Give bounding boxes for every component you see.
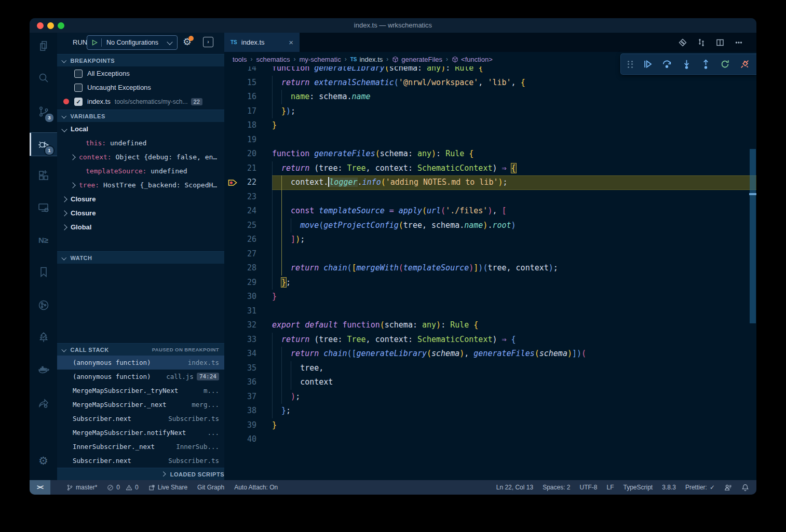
gutter-line-number-37[interactable]: 37 [224, 390, 256, 404]
continue-button[interactable] [643, 59, 653, 69]
call-stack-frame[interactable]: (anonymous function)index.ts [57, 356, 224, 370]
variables-section-header[interactable]: VARIABLES [57, 110, 224, 122]
close-tab-icon[interactable]: × [289, 38, 293, 47]
variable-context[interactable]: context: Object {debug: false, en… [57, 150, 224, 164]
gutter-line-number-18[interactable]: 18 [224, 118, 256, 133]
sidebar-item-source-control[interactable]: 3 [30, 100, 57, 123]
variable-templateSource[interactable]: templateSource: undefined [57, 164, 224, 178]
breadcrumb-item-1[interactable]: tools [233, 56, 247, 63]
git-graph-status[interactable]: Git Graph [197, 484, 224, 491]
breadcrumb-item-3[interactable]: my-schematic [300, 56, 341, 63]
prettier-status[interactable]: Prettier: ✓ [685, 484, 715, 491]
gutter-line-number-32[interactable]: 32 [224, 318, 256, 333]
loaded-scripts-section-header[interactable]: LOADED SCRIPTS [57, 468, 224, 480]
breakpoint-item[interactable]: Uncaught Exceptions [57, 80, 224, 94]
call-stack-frame[interactable]: Subscriber.nextSubscriber.ts [57, 412, 224, 426]
variable-this[interactable]: this: undefined [57, 136, 224, 150]
breakpoints-section-header[interactable]: BREAKPOINTS [57, 54, 224, 66]
disconnect-button[interactable] [740, 59, 750, 69]
problems-status[interactable]: 0 0 [107, 484, 138, 491]
variable-scope-global[interactable]: Global [57, 220, 224, 234]
gutter-line-number-26[interactable]: 26 [224, 233, 256, 247]
gutter-line-number-20[interactable]: 20 [224, 147, 256, 161]
bell-icon[interactable] [741, 484, 749, 492]
breakpoint-checkbox[interactable]: ✓ [74, 98, 83, 106]
sidebar-item-git-graph[interactable] [30, 294, 57, 317]
sidebar-item-remote-explorer[interactable] [30, 196, 57, 219]
sidebar-item-search[interactable] [30, 66, 57, 89]
indentation-status[interactable]: Spaces: 2 [543, 484, 570, 491]
gutter-line-number-21[interactable]: 21 [224, 161, 256, 176]
sidebar-item-bookmarks[interactable] [30, 261, 57, 283]
breadcrumb-item-2[interactable]: schematics [256, 56, 290, 63]
gutter-line-number-33[interactable]: 33 [224, 333, 256, 347]
breadcrumb-item-6[interactable]: <function> [452, 56, 493, 63]
step-over-button[interactable] [662, 59, 672, 69]
feedback-icon[interactable] [724, 484, 732, 492]
gutter-line-number-25[interactable]: 25 [224, 219, 256, 233]
gutter-line-number-16[interactable]: 16 [224, 90, 256, 104]
debug-console-button[interactable]: › [203, 37, 213, 47]
call-stack-frame[interactable]: MergeMapSubscriber._tryNextm... [57, 384, 224, 398]
call-stack-frame[interactable]: (anonymous function)call.js74:24 [57, 370, 224, 384]
split-editor-icon[interactable] [716, 38, 724, 47]
sidebar-item-live-share[interactable] [30, 392, 57, 415]
sidebar-item-todo-tree[interactable] [30, 326, 57, 349]
scrollbar-thumb[interactable] [750, 149, 756, 323]
gutter-line-number-39[interactable]: 39 [224, 418, 256, 433]
eol-status[interactable]: LF [607, 484, 614, 491]
call-stack-section-header[interactable]: CALL STACK PAUSED ON BREAKPOINT [57, 343, 224, 356]
more-actions-icon[interactable] [735, 38, 743, 47]
manage-button[interactable]: ⚙ [30, 449, 57, 472]
variable-scope-closure[interactable]: Closure [57, 206, 224, 220]
configure-launch-button[interactable]: ⚙ [183, 37, 192, 47]
tab-index-ts[interactable]: TS index.ts × [224, 33, 300, 52]
variable-scope-local[interactable]: Local [57, 122, 224, 136]
sidebar-item-run-and-debug[interactable]: 1 [30, 133, 57, 156]
gutter-line-number-30[interactable]: 30 [224, 290, 256, 304]
breakpoint-checkbox[interactable] [74, 84, 83, 92]
restart-button[interactable] [720, 59, 730, 69]
call-stack-frame[interactable]: InnerSubscriber._nextInnerSub... [57, 440, 224, 454]
auto-attach-status[interactable]: Auto Attach: On [234, 484, 278, 491]
watch-section-header[interactable]: WATCH [57, 251, 224, 264]
git-graph-view-icon[interactable] [679, 38, 687, 47]
breakpoint-item[interactable]: ✓index.tstools/schematics/my-sch...22 [57, 94, 224, 108]
remote-indicator[interactable]: >< [30, 480, 50, 495]
variable-scope-closure[interactable]: Closure [57, 192, 224, 206]
launch-configuration-dropdown[interactable]: No Configurations [87, 35, 178, 50]
language-mode-status[interactable]: TypeScript [624, 484, 653, 491]
breakpoint-item[interactable]: All Exceptions [57, 66, 224, 80]
gutter-line-number-24[interactable]: 24 [224, 204, 256, 219]
gutter-line-number-19[interactable]: 19 [224, 133, 256, 147]
cursor-position-status[interactable]: Ln 22, Col 13 [496, 484, 533, 491]
gutter-line-number-36[interactable]: 36 [224, 375, 256, 390]
sidebar-item-explorer[interactable] [30, 34, 57, 57]
gutter-line-number-15[interactable]: 15 [224, 76, 256, 90]
gutter-line-number-28[interactable]: 28 [224, 261, 256, 276]
git-branch-status[interactable]: master* [66, 484, 97, 491]
step-into-button[interactable] [682, 59, 692, 69]
sidebar-item-extensions[interactable] [30, 164, 57, 187]
step-out-button[interactable] [701, 59, 711, 69]
call-stack-frame[interactable]: MergeMapSubscriber._nextmerg... [57, 398, 224, 412]
compare-changes-icon[interactable] [697, 38, 706, 47]
gutter-line-number-35[interactable]: 35 [224, 361, 256, 376]
gutter-line-number-40[interactable]: 40 [224, 432, 256, 447]
breakpoint-checkbox[interactable] [74, 70, 83, 78]
gutter-line-number-27[interactable]: 27 [224, 247, 256, 262]
drag-grip-icon[interactable] [628, 61, 633, 68]
sidebar-item-docker[interactable] [30, 359, 57, 381]
encoding-status[interactable]: UTF-8 [580, 484, 598, 491]
live-share-status[interactable]: Live Share [148, 484, 187, 491]
gutter-line-number-23[interactable]: 23 [224, 190, 256, 204]
sidebar-item-nx-console[interactable]: N≥ [30, 228, 57, 251]
breadcrumb-item-5[interactable]: generateFiles [392, 56, 442, 63]
gutter-line-number-38[interactable]: 38 [224, 404, 256, 418]
breadcrumb-item-4[interactable]: TSindex.ts [350, 56, 383, 63]
gutter-line-number-31[interactable]: 31 [224, 304, 256, 319]
gutter-line-number-29[interactable]: 29 [224, 276, 256, 290]
call-stack-frame[interactable]: MergeMapSubscriber.notifyNext... [57, 426, 224, 440]
gutter-line-number-17[interactable]: 17 [224, 104, 256, 119]
variable-tree[interactable]: tree: HostTree {_backend: ScopedH… [57, 178, 224, 192]
